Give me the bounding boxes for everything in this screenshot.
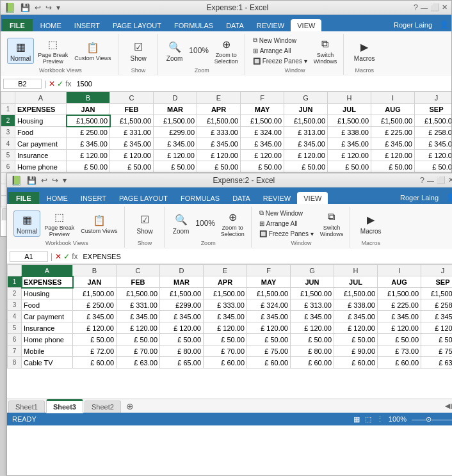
formula-cancel-icon-2[interactable]: ✕: [55, 252, 61, 261]
cell-value[interactable]: £1,500.00: [197, 115, 241, 127]
cell-value[interactable]: £ 50.00: [334, 334, 378, 345]
undo-icon[interactable]: ↩: [33, 3, 42, 13]
cell-value[interactable]: £ 120.00: [421, 322, 453, 334]
cell-label[interactable]: Home phone: [22, 334, 73, 345]
cell-value[interactable]: £ 50.00: [415, 161, 452, 173]
cell-value[interactable]: £ 50.00: [110, 161, 154, 173]
cell-value[interactable]: £ 120.00: [284, 150, 328, 161]
cell-value[interactable]: MAY: [241, 104, 284, 115]
zoom-100-btn-2[interactable]: 100%: [194, 214, 217, 232]
col-header-c-2[interactable]: C: [117, 265, 160, 276]
cell-value[interactable]: APR: [197, 104, 241, 115]
cell-ref-input-1[interactable]: [3, 79, 42, 89]
new-window-btn-2[interactable]: ⧉ New Window: [257, 208, 316, 218]
tab-data-2[interactable]: DATA: [226, 192, 257, 204]
excel-window-2[interactable]: 📗 💾 ↩ ↪ ▾ Expense:2 - Excel ? — ⬜ ✕ FILE…: [6, 173, 452, 476]
user-avatar-1[interactable]: 👤: [437, 18, 451, 31]
close-icon[interactable]: ✕: [442, 3, 448, 12]
cell-value[interactable]: JUN: [291, 276, 334, 288]
cell-ref-input-2[interactable]: [10, 251, 48, 262]
col-header-h[interactable]: H: [328, 92, 371, 104]
tab-review-1[interactable]: REVIEW: [250, 19, 291, 31]
macros-btn-1[interactable]: ▶ Macros: [351, 38, 378, 63]
cell-value[interactable]: £1,500.00: [247, 288, 291, 299]
cell-value[interactable]: £1,500.00: [334, 288, 378, 299]
cell-value[interactable]: £1,500.00: [110, 115, 154, 127]
cell-value[interactable]: £ 313.00: [291, 299, 334, 311]
page-break-btn-1[interactable]: ⬚ Page BreakPreview: [35, 35, 70, 66]
cell-value[interactable]: £1,500.00: [421, 288, 453, 299]
cell-value[interactable]: £ 50.00: [291, 334, 334, 345]
col-header-f[interactable]: F: [241, 92, 284, 104]
cell-value[interactable]: £ 50.00: [241, 161, 284, 173]
cell-value[interactable]: £ 120.00: [291, 322, 334, 334]
add-sheet-btn-2[interactable]: ⊕: [122, 400, 138, 413]
cell-value[interactable]: £ 345.00: [67, 138, 110, 150]
cell-value[interactable]: £1,500.00: [73, 288, 117, 299]
qat-dropdown[interactable]: ▾: [55, 3, 61, 13]
cell-value[interactable]: £ 338.00: [328, 127, 371, 138]
cell-value[interactable]: £ 73.00: [378, 345, 421, 357]
show-btn-1[interactable]: ☑ Show: [127, 38, 150, 63]
cell-value[interactable]: £ 250.00: [73, 299, 117, 311]
cell-value[interactable]: £ 120.00: [415, 150, 452, 161]
tab-review-2[interactable]: REVIEW: [257, 192, 297, 204]
cell-label[interactable]: Food: [15, 127, 67, 138]
cell-value[interactable]: £ 225.00: [378, 299, 421, 311]
macros-btn-2[interactable]: ▶ Macros: [358, 211, 384, 236]
cell-value[interactable]: JAN: [73, 276, 117, 288]
col-header-g[interactable]: G: [284, 92, 328, 104]
formula-insert-icon[interactable]: fx: [65, 79, 71, 88]
sheet-tab-sheet2-2[interactable]: Sheet2: [85, 401, 121, 413]
normal-view-btn-2[interactable]: ▦ Normal: [13, 210, 40, 237]
cell-value[interactable]: £ 345.00: [247, 311, 291, 322]
zoom-slider[interactable]: ——⊙———: [412, 415, 452, 424]
cell-value[interactable]: £ 60.00: [204, 357, 247, 369]
cell-value[interactable]: £299.00: [160, 299, 204, 311]
cell-value[interactable]: £ 60.00: [73, 357, 117, 369]
cell-value[interactable]: £ 345.00: [334, 311, 378, 322]
cell-value[interactable]: £ 333.00: [197, 127, 241, 138]
cell-value[interactable]: £ 120.00: [160, 322, 204, 334]
cell-label[interactable]: Insurance: [22, 322, 73, 334]
cell-value[interactable]: £ 80.00: [291, 345, 334, 357]
cell-value[interactable]: £ 60.00: [291, 357, 334, 369]
view-layout-icon[interactable]: ⬚: [365, 415, 371, 424]
cell-value[interactable]: £ 120.00: [154, 150, 197, 161]
zoom-selection-btn-1[interactable]: ⊕ Zoom toSelection: [212, 35, 241, 66]
col-header-g-2[interactable]: G: [291, 265, 334, 276]
cell-value[interactable]: £ 258.00: [421, 299, 453, 311]
arrange-all-btn-1[interactable]: ⊞ Arrange All: [250, 46, 310, 56]
cell-value[interactable]: £ 50.00: [328, 161, 371, 173]
sheet-tab-sheet3-2[interactable]: Sheet3: [46, 399, 83, 413]
arrange-all-btn-2[interactable]: ⊞ Arrange All: [257, 219, 316, 228]
cell-value[interactable]: APR: [204, 276, 247, 288]
cell-value[interactable]: £ 72.00: [73, 345, 117, 357]
restore-icon[interactable]: ⬜: [430, 3, 439, 12]
save-icon-2[interactable]: 💾: [26, 175, 38, 186]
cell-value[interactable]: £ 313.00: [284, 127, 328, 138]
cell-value[interactable]: £ 120.00: [378, 322, 421, 334]
cell-value[interactable]: SEP: [415, 104, 452, 115]
cell-value[interactable]: £ 345.00: [328, 138, 371, 150]
tab-insert-1[interactable]: INSERT: [68, 19, 106, 31]
switch-windows-btn-1[interactable]: ⧉ SwitchWindows: [311, 35, 340, 66]
cell-label[interactable]: Car payment: [15, 138, 67, 150]
col-header-d-2[interactable]: D: [160, 265, 204, 276]
cell-value[interactable]: £ 60.00: [334, 357, 378, 369]
tab-file-2[interactable]: FILE: [8, 192, 39, 204]
col-header-e[interactable]: E: [197, 92, 241, 104]
close-icon-2[interactable]: ✕: [448, 176, 452, 184]
tab-formulas-2[interactable]: FORMULAS: [174, 192, 226, 204]
minimize-icon-2[interactable]: —: [427, 177, 434, 184]
scroll-left-icon[interactable]: ◀: [445, 402, 450, 410]
show-btn-2[interactable]: ☑ Show: [133, 211, 156, 236]
cell-value[interactable]: £ 50.00: [197, 161, 241, 173]
tab-file-1[interactable]: FILE: [2, 19, 33, 31]
cell-value[interactable]: £ 50.00: [67, 161, 110, 173]
cell-value[interactable]: £ 50.00: [117, 334, 160, 345]
cell-value[interactable]: MAY: [247, 276, 291, 288]
cell-value[interactable]: £ 120.00: [241, 150, 284, 161]
cell-label[interactable]: Insurance: [15, 150, 67, 161]
user-avatar-2[interactable]: 👤: [444, 191, 452, 204]
